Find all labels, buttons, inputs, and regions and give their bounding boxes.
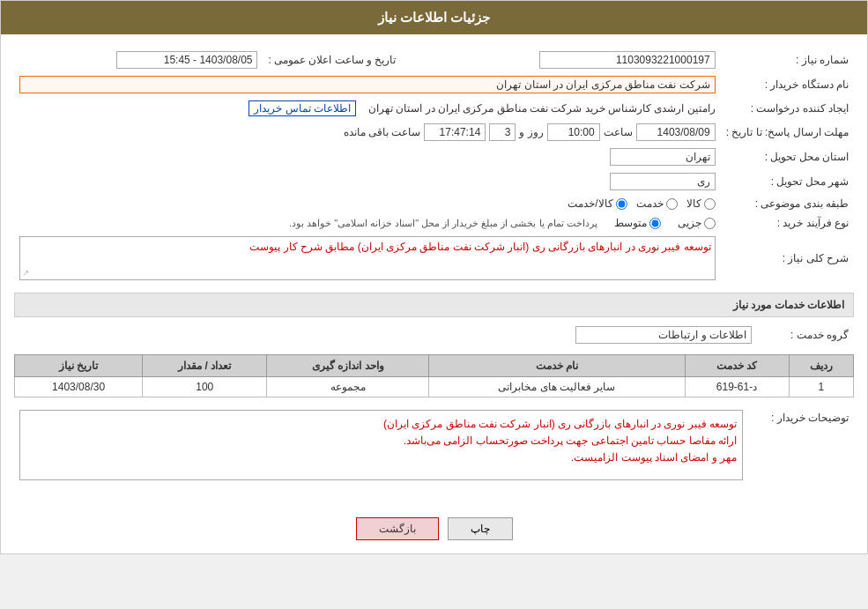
buyer-notes-value: توسعه فیبر نوری در انبارهای بازرگانی ری … xyxy=(19,410,743,480)
col-name: نام خدمت xyxy=(429,355,685,377)
response-deadline-label: مهلت ارسال پاسخ: تا تاریخ : xyxy=(721,120,854,145)
bottom-buttons: چاپ بازگشت xyxy=(1,504,867,553)
creator-value: رامتین ارشدی کارشناس خرید شرکت نفت مناطق… xyxy=(368,102,716,115)
category-kala-khedmat[interactable]: کالا/خدمت xyxy=(568,197,627,210)
need-desc-label: شرح کلی نیاز : xyxy=(721,233,854,284)
response-days: 3 xyxy=(489,123,516,141)
services-table: ردیف کد خدمت نام خدمت واحد اندازه گیری ت… xyxy=(14,354,854,397)
creator-label: ایجاد کننده درخواست : xyxy=(721,97,854,120)
service-group-value: اطلاعات و ارتباطات xyxy=(575,326,752,344)
col-unit: واحد اندازه گیری xyxy=(267,355,429,377)
back-button[interactable]: بازگشت xyxy=(356,517,439,540)
buyer-name-value: شرکت نفت مناطق مرکزی ایران در استان تهرا… xyxy=(19,76,716,93)
services-section-header: اطلاعات خدمات مورد نیاز xyxy=(14,293,854,317)
category-label: طبقه بندی موضوعی : xyxy=(721,194,854,213)
page-title: جزئیات اطلاعات نیاز xyxy=(1,1,867,34)
need-number-value: 1103093221000197 xyxy=(539,51,716,69)
category-kala[interactable]: کالا xyxy=(686,197,716,210)
process-jozi[interactable]: جزیی xyxy=(678,217,716,229)
process-label: نوع فرآیند خرید : xyxy=(721,213,854,233)
announce-date-value: 1403/08/05 - 15:45 xyxy=(116,51,257,69)
col-code: کد خدمت xyxy=(685,355,789,377)
table-row: 1د-61-619سایر فعالیت های مخابراتیمجموعه1… xyxy=(15,377,854,397)
category-khedmat[interactable]: خدمت xyxy=(636,197,678,210)
response-time-label: ساعت xyxy=(604,126,633,138)
announce-date-label: تاریخ و ساعت اعلان عمومی : xyxy=(263,48,413,72)
response-remaining-label: ساعت باقی مانده xyxy=(344,126,421,138)
col-row: ردیف xyxy=(789,355,854,377)
buyer-notes-label: توضیحات خریدار : xyxy=(748,406,854,484)
response-date: 1403/08/09 xyxy=(636,123,716,141)
province-label: استان محل تحویل : xyxy=(721,145,854,169)
process-mottaset[interactable]: متوسط xyxy=(614,217,661,229)
buyer-name-label: نام دستگاه خریدار : xyxy=(721,72,854,97)
response-days-label: روز و xyxy=(519,126,543,138)
need-desc-value: توسعه فیبر نوری در انبارهای بازرگانی ری … xyxy=(249,241,710,253)
service-group-label: گروه خدمت : xyxy=(757,323,854,347)
col-date: تاریخ نیاز xyxy=(15,355,143,377)
print-button[interactable]: چاپ xyxy=(448,517,513,540)
response-time: 10:00 xyxy=(547,123,600,141)
response-remaining: 17:47:14 xyxy=(424,123,486,141)
city-value: ری xyxy=(610,173,716,190)
col-quantity: تعداد / مقدار xyxy=(143,355,267,377)
need-number-label: شماره نیاز : xyxy=(721,48,854,72)
province-value: تهران xyxy=(610,148,716,166)
contact-link[interactable]: اطلاعات تماس خریدار xyxy=(249,100,356,116)
city-label: شهر محل تحویل : xyxy=(721,169,854,194)
process-note: پرداخت تمام یا بخشی از مبلغ خریدار از مح… xyxy=(289,218,597,229)
